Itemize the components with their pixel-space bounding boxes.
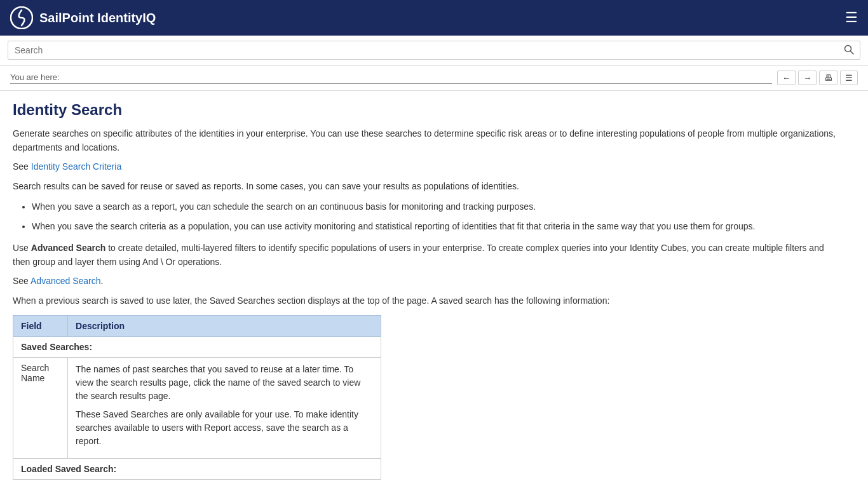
search-name-field: Search Name: [13, 358, 68, 459]
search-icon: [844, 44, 854, 55]
you-are-here-label: You are here:: [10, 72, 772, 84]
search-submit-button[interactable]: [841, 42, 857, 59]
back-button[interactable]: ←: [777, 71, 796, 85]
saved-searches-section-label: Saved Searches:: [13, 337, 381, 358]
saved-search-intro-text: When a previous search is saved to use l…: [13, 294, 839, 308]
saved-searches-header-row: Saved Searches:: [13, 337, 381, 358]
desc-para-2: These Saved Searches are only available …: [76, 408, 373, 448]
loaded-saved-search-section-label: Loaded Saved Search:: [13, 459, 381, 480]
app-header: SailPoint IdentityIQ ☰: [0, 0, 868, 36]
bullet-list: When you save a search as a report, you …: [32, 200, 839, 233]
col-desc-header: Description: [68, 316, 381, 337]
bullet-item-1: When you save a search as a report, you …: [32, 200, 839, 214]
hamburger-menu-icon[interactable]: ☰: [845, 11, 858, 25]
bullet-item-2: When you save the search criteria as a p…: [32, 219, 839, 233]
see-criteria-prefix: See: [13, 161, 31, 172]
app-title: SailPoint IdentityIQ: [39, 11, 156, 25]
advanced-search-intro: Use Advanced Search to create detailed, …: [13, 241, 839, 269]
sailpoint-logo-icon: [10, 6, 33, 29]
table-header-row: Field Description: [13, 316, 381, 337]
advanced-search-suffix: to create detailed, multi-layered filter…: [13, 243, 824, 267]
save-results-text: Search results can be saved for reuse or…: [13, 179, 839, 193]
toc-button[interactable]: ☰: [840, 71, 858, 85]
forward-button[interactable]: →: [798, 71, 817, 85]
page-title: Identity Search: [13, 101, 839, 119]
see-advanced-prefix: See: [13, 276, 31, 286]
search-input[interactable]: [8, 41, 860, 60]
table-row: Search Name The names of past searches t…: [13, 358, 381, 459]
intro-paragraph: Generate searches on specific attributes…: [13, 126, 839, 155]
col-field-header: Field: [13, 316, 68, 337]
search-bar: [0, 36, 868, 65]
desc-para-1: The names of past searches that you save…: [76, 363, 373, 403]
see-advanced-line: See Advanced Search.: [13, 276, 839, 286]
logo-area: SailPoint IdentityIQ: [10, 6, 156, 29]
svg-line-2: [851, 51, 854, 54]
breadcrumb-bar: You are here: ← → 🖶 ☰: [0, 65, 868, 91]
loaded-saved-search-header-row: Loaded Saved Search:: [13, 459, 381, 480]
info-table: Field Description Saved Searches: Search…: [13, 315, 381, 480]
see-criteria-line: See Identity Search Criteria: [13, 161, 839, 172]
advanced-search-use-prefix: Use: [13, 243, 31, 253]
main-content: Identity Search Generate searches on spe…: [0, 91, 851, 488]
search-name-description: The names of past searches that you save…: [68, 358, 381, 459]
advanced-search-bold: Advanced Search: [31, 243, 106, 253]
print-button[interactable]: 🖶: [819, 71, 837, 85]
identity-search-criteria-link[interactable]: Identity Search Criteria: [31, 161, 121, 172]
nav-buttons: ← → 🖶 ☰: [777, 71, 858, 85]
advanced-search-link[interactable]: Advanced Search: [31, 276, 101, 286]
